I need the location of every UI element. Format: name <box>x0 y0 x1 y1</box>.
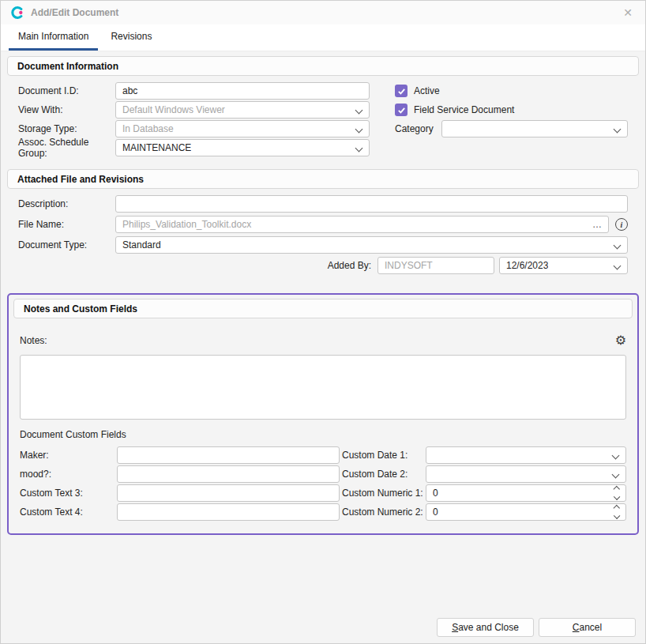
custom-numeric-2-input[interactable] <box>426 503 626 521</box>
browse-file-button[interactable]: … <box>591 217 603 232</box>
mood-label: mood?: <box>20 469 117 480</box>
footer-button-bar: Save and Close Cancel <box>437 618 636 637</box>
category-dropdown[interactable] <box>441 120 628 137</box>
dialog-content: Document Information Document I.D: View … <box>1 51 645 535</box>
tab-main-information[interactable]: Main Information <box>9 24 98 51</box>
cancel-button[interactable]: Cancel <box>539 618 636 637</box>
added-by-label: Added By: <box>328 260 371 271</box>
gear-icon[interactable]: ⚙ <box>615 334 626 347</box>
custom-text-4-label: Custom Text 4: <box>20 507 117 518</box>
schedule-group-label: Assoc. Schedule Group: <box>18 137 115 159</box>
add-edit-document-dialog: Add/Edit Document ✕ Main Information Rev… <box>0 0 646 644</box>
maker-input[interactable] <box>117 446 340 464</box>
tab-revisions[interactable]: Revisions <box>101 24 161 51</box>
section-header-notes-custom-fields: Notes and Custom Fields <box>13 299 633 318</box>
file-name-input[interactable] <box>115 216 609 233</box>
document-id-label: Document I.D: <box>18 85 115 96</box>
dialog-title: Add/Edit Document <box>31 7 118 18</box>
active-checkbox[interactable] <box>395 85 408 97</box>
custom-numeric-2-stepper[interactable] <box>613 506 621 518</box>
check-icon <box>397 106 406 115</box>
custom-text-3-input[interactable] <box>117 484 340 502</box>
spinner-down-icon[interactable] <box>614 512 620 518</box>
notes-textarea[interactable] <box>20 355 626 420</box>
custom-numeric-2-label: Custom Numeric 2: <box>342 507 426 518</box>
field-service-document-label: Field Service Document <box>414 104 514 115</box>
custom-text-4-input[interactable] <box>117 503 340 521</box>
document-information-body: Document I.D: View With: Default Windows… <box>7 76 639 169</box>
active-label: Active <box>414 85 440 96</box>
file-name-label: File Name: <box>18 219 115 230</box>
description-label: Description: <box>18 198 115 209</box>
custom-date-1-dropdown[interactable] <box>426 446 626 464</box>
spinner-up-icon[interactable] <box>614 486 620 492</box>
custom-date-1-label: Custom Date 1: <box>342 450 426 461</box>
added-by-input[interactable] <box>377 257 494 274</box>
title-bar: Add/Edit Document ✕ <box>1 1 645 24</box>
tab-bar: Main Information Revisions <box>1 24 645 51</box>
spinner-down-icon[interactable] <box>614 493 620 499</box>
attached-file-body: Description: File Name: … i Document Typ… <box>7 189 639 285</box>
custom-fields-grid: Maker: mood?: Custom Text 3: Custom Text… <box>20 446 626 522</box>
view-with-label: View With: <box>18 104 115 115</box>
added-date-dropdown[interactable]: 12/6/2023 <box>499 257 628 274</box>
section-header-document-information: Document Information <box>7 56 639 76</box>
document-custom-fields-label: Document Custom Fields <box>20 429 626 440</box>
custom-numeric-1-stepper[interactable] <box>613 487 621 499</box>
notes-and-custom-fields-section: Notes and Custom Fields Notes: ⚙ Documen… <box>7 293 639 535</box>
save-and-close-button[interactable]: Save and Close <box>437 618 534 637</box>
notes-label: Notes: <box>20 335 47 346</box>
app-logo-icon <box>10 6 24 20</box>
document-type-label: Document Type: <box>18 239 115 250</box>
category-label: Category <box>395 123 434 134</box>
file-info-icon[interactable]: i <box>615 218 628 231</box>
custom-numeric-1-input[interactable] <box>426 484 626 502</box>
document-type-dropdown[interactable]: Standard <box>115 236 628 254</box>
field-service-document-checkbox[interactable] <box>395 104 408 116</box>
close-icon[interactable]: ✕ <box>620 6 636 20</box>
mood-input[interactable] <box>117 465 340 483</box>
section-header-attached-file: Attached File and Revisions <box>7 169 639 189</box>
storage-type-label: Storage Type: <box>18 123 115 134</box>
schedule-group-dropdown[interactable]: MAINTENANCE <box>115 139 370 156</box>
storage-type-dropdown[interactable]: In Database <box>115 120 370 137</box>
check-icon <box>397 87 406 96</box>
maker-label: Maker: <box>20 450 117 461</box>
custom-text-3-label: Custom Text 3: <box>20 488 117 499</box>
custom-date-2-label: Custom Date 2: <box>342 469 426 480</box>
document-id-input[interactable] <box>115 82 370 100</box>
view-with-dropdown[interactable]: Default Windows Viewer <box>115 101 370 119</box>
description-input[interactable] <box>115 195 628 213</box>
spinner-up-icon[interactable] <box>614 505 620 511</box>
custom-numeric-1-label: Custom Numeric 1: <box>342 488 426 499</box>
custom-date-2-dropdown[interactable] <box>426 465 626 483</box>
